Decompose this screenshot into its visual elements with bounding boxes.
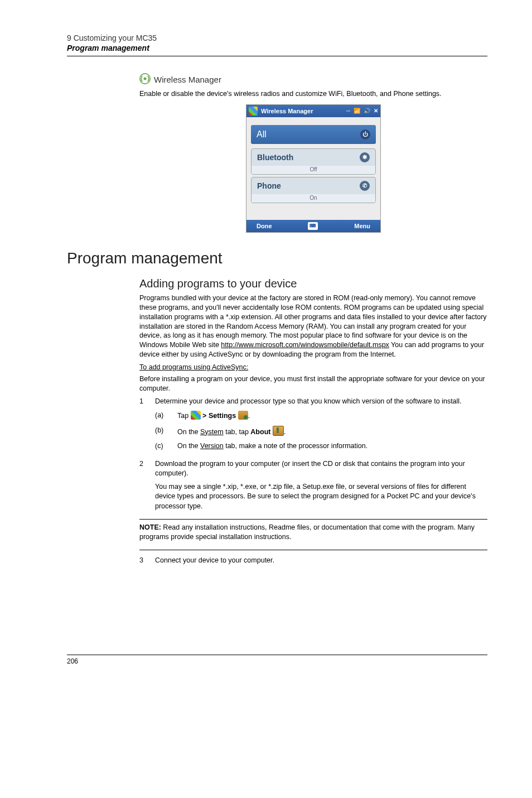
status-icons: ▫▫ 📶 🔊 ✕: [346, 108, 378, 114]
done-button[interactable]: Done: [257, 223, 272, 229]
section-title: Program management: [67, 249, 487, 267]
step-3: 3 Connect your device to your computer.: [139, 556, 487, 566]
menu-button[interactable]: Menu: [354, 223, 370, 229]
phone-icon: ✆: [360, 181, 370, 191]
intro-paragraph: Programs bundled with your device at the…: [139, 294, 487, 359]
screenshot-titlebar: Wireless Manager ▫▫ 📶 🔊 ✕: [246, 105, 380, 117]
phone-state: On: [252, 194, 375, 203]
page-number: 206: [67, 655, 487, 665]
start-icon: [191, 411, 201, 420]
settings-icon: [238, 411, 248, 420]
step-num-3: 3: [139, 556, 155, 566]
keyboard-icon[interactable]: ⌨: [308, 222, 318, 230]
all-row[interactable]: All ⏻: [251, 125, 376, 144]
header-section: Program management: [67, 44, 487, 52]
phone-label: Phone: [257, 181, 281, 190]
bluetooth-icon: ✱: [360, 152, 370, 162]
phone-row[interactable]: Phone ✆ On: [251, 177, 376, 203]
note-block: NOTE: Read any installation instructions…: [139, 523, 487, 542]
antenna-icon: 📶: [354, 108, 360, 114]
activesync-heading: To add programs using ActiveSync:: [139, 363, 487, 372]
wireless-manager-desc: Enable or disable the device's wireless …: [139, 89, 487, 99]
close-icon: ✕: [374, 108, 378, 114]
wireless-manager-icon: [139, 73, 151, 86]
activesync-intro: Before installing a program on your devi…: [139, 374, 487, 393]
header-rule: [67, 56, 487, 56]
bluetooth-state: Off: [252, 166, 375, 174]
step-num-1: 1: [139, 397, 155, 456]
wireless-manager-screenshot: Wireless Manager ▫▫ 📶 🔊 ✕ All ⏻: [246, 104, 381, 233]
step-2-note: You may see a single *.xip, *.exe, or *.…: [155, 482, 487, 512]
note-rule-bottom: [139, 550, 487, 550]
bluetooth-row[interactable]: Bluetooth ✱ Off: [251, 148, 376, 175]
power-icon: ⏻: [360, 129, 370, 140]
step-num-2: 2: [139, 459, 155, 512]
windows-mobile-link[interactable]: http://www.microsoft.com/windowsmobile/d…: [221, 341, 389, 349]
step-2: 2 Download the program to your computer …: [139, 459, 487, 512]
screenshot-title: Wireless Manager: [261, 108, 313, 114]
start-flag-icon: [249, 107, 258, 116]
all-label: All: [257, 129, 267, 140]
bluetooth-label: Bluetooth: [257, 153, 293, 162]
step-1a: (a) Tap > Settings .: [155, 411, 487, 421]
step-1: 1 Determine your device and processor ty…: [139, 397, 487, 456]
step-1c: (c) On the Version tab, make a note of t…: [155, 441, 487, 451]
subsection-title: Adding programs to your device: [139, 277, 487, 290]
note-rule-top: [139, 519, 487, 520]
signal-icon: ▫▫: [346, 108, 350, 114]
header-chapter: 9 Customizing your MC35: [67, 33, 487, 42]
step-1b: (b) On the System tab, tap About .: [155, 426, 487, 438]
svg-point-1: [144, 78, 147, 80]
volume-icon: 🔊: [364, 108, 370, 114]
wireless-manager-heading: Wireless Manager: [139, 73, 487, 86]
wireless-manager-label: Wireless Manager: [154, 75, 221, 84]
screenshot-bottombar: Done ⌨ Menu: [246, 220, 380, 232]
about-icon: [273, 426, 284, 436]
